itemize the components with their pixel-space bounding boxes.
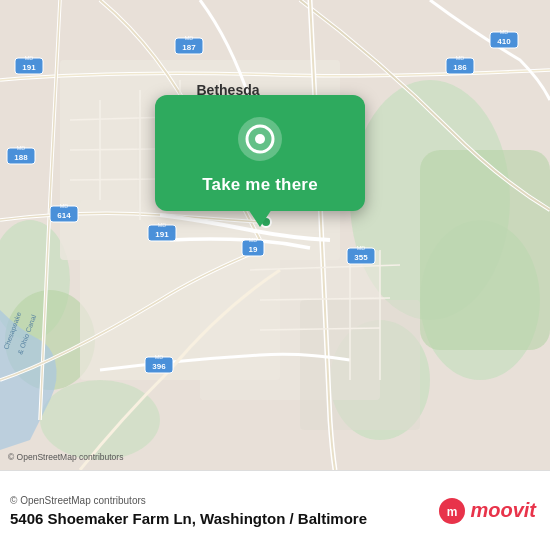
svg-rect-13 <box>300 300 420 430</box>
svg-text:MD: MD <box>155 354 164 360</box>
address: 5406 Shoemaker Farm Ln, Washington / Bal… <box>10 510 367 527</box>
svg-text:614: 614 <box>57 211 71 220</box>
moovit-logo: m moovit <box>438 497 536 525</box>
svg-text:191: 191 <box>155 230 169 239</box>
svg-text:m: m <box>447 505 458 519</box>
svg-text:MD: MD <box>500 29 509 35</box>
svg-text:MD: MD <box>357 245 366 251</box>
svg-rect-4 <box>420 150 550 350</box>
svg-text:410: 410 <box>497 37 511 46</box>
svg-text:187: 187 <box>182 43 196 52</box>
svg-text:MD: MD <box>185 35 194 41</box>
bottom-bar: © OpenStreetMap contributors 5406 Shoema… <box>0 470 550 550</box>
attribution: © OpenStreetMap contributors <box>10 495 367 506</box>
svg-point-61 <box>255 134 265 144</box>
svg-text:191: 191 <box>22 63 36 72</box>
svg-text:MD: MD <box>25 55 34 61</box>
map-svg: Chesapeake & Ohio Canal <box>0 0 550 470</box>
popup-card: Take me there <box>155 95 365 211</box>
svg-text:© OpenStreetMap contributors: © OpenStreetMap contributors <box>8 452 123 462</box>
svg-text:355: 355 <box>354 253 368 262</box>
svg-text:188: 188 <box>14 153 28 162</box>
moovit-text: moovit <box>470 499 536 522</box>
svg-text:186: 186 <box>453 63 467 72</box>
svg-text:19: 19 <box>249 245 258 254</box>
svg-text:MD: MD <box>60 203 69 209</box>
svg-text:396: 396 <box>152 362 166 371</box>
moovit-brand-icon: m <box>438 497 466 525</box>
bottom-left: © OpenStreetMap contributors 5406 Shoema… <box>10 495 367 527</box>
svg-text:MD: MD <box>456 55 465 61</box>
svg-text:MD: MD <box>249 237 258 243</box>
svg-text:MD: MD <box>158 222 167 228</box>
take-me-there-button[interactable]: Take me there <box>202 173 318 197</box>
location-pin-icon <box>236 115 284 163</box>
map-container: Chesapeake & Ohio Canal <box>0 0 550 470</box>
svg-text:MD: MD <box>17 145 26 151</box>
